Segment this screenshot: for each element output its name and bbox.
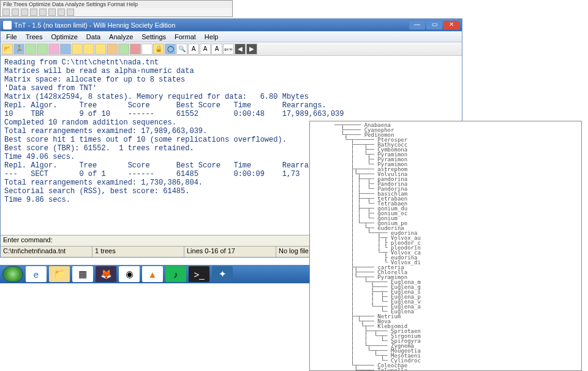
tree-viewer[interactable]: ──┬───── Anabaena ├───── Cyanophor └┬───…	[309, 121, 582, 371]
menu-format[interactable]: Format	[172, 33, 199, 41]
taskbar-app-icon[interactable]: ▦	[72, 266, 93, 282]
open-icon[interactable]: 📂	[2, 44, 13, 55]
menu-file[interactable]: File	[3, 33, 20, 41]
close-button[interactable]: ✕	[443, 21, 459, 29]
bg-tool-icon	[12, 9, 19, 16]
toolbar: 📂 🏃 🔒 ◯ 🔍 A A A go to ◀ ▶	[1, 42, 462, 56]
menu-settings[interactable]: Settings	[138, 33, 169, 41]
bg-tool-icon	[67, 9, 74, 16]
taskbar-spotify-icon[interactable]: ♪	[165, 266, 186, 282]
tool-icon[interactable]	[83, 44, 94, 55]
status-trees: 1 trees	[92, 247, 184, 257]
tool-icon[interactable]	[25, 44, 36, 55]
tool-icon[interactable]	[37, 44, 48, 55]
bg-window: File Trees Optimize Data Analyze Setting…	[0, 0, 233, 17]
bg-tool-icon	[2, 9, 10, 16]
titlebar[interactable]: TnT - 1.5 (no taxon limit) - Willi Henni…	[1, 19, 462, 31]
tool-icon[interactable]	[72, 44, 83, 55]
font-a-icon[interactable]: A	[188, 44, 199, 55]
bg-menubar: File Trees Optimize Data Analyze Setting…	[1, 1, 232, 8]
status-path: C:\tnt\chetnt\nada.tnt	[1, 247, 92, 257]
tool-icon[interactable]	[130, 44, 141, 55]
minimize-button[interactable]: —	[409, 21, 425, 29]
menubar: File Trees Optimize Data Analyze Setting…	[1, 31, 462, 42]
taskbar: e 📁 ▦ 🦊 ◉ ▲ ♪ >_ ✦	[0, 265, 309, 283]
maximize-button[interactable]: ▭	[426, 21, 442, 29]
menu-analyze[interactable]: Analyze	[106, 33, 136, 41]
taskbar-chrome-icon[interactable]: ◉	[119, 266, 140, 282]
goto-icon[interactable]: A	[211, 44, 222, 55]
tool-icon[interactable]	[107, 44, 118, 55]
taskbar-tnt-icon[interactable]: ✦	[212, 266, 233, 282]
tool-icon[interactable]	[48, 44, 59, 55]
find-icon[interactable]: 🔍	[176, 44, 187, 55]
taskbar-vlc-icon[interactable]: ▲	[142, 266, 163, 282]
bg-tool-icon	[39, 9, 47, 16]
lock-icon[interactable]: 🔒	[153, 44, 164, 55]
menu-data[interactable]: Data	[83, 33, 104, 41]
menu-optimize[interactable]: Optimize	[48, 33, 80, 41]
bg-tool-icon	[58, 9, 65, 16]
tool-icon[interactable]	[141, 44, 153, 55]
status-lines: Lines 0-16 of 17	[184, 247, 276, 257]
taskbar-explorer-icon[interactable]: 📁	[49, 266, 70, 282]
start-button[interactable]	[2, 266, 23, 282]
tool-icon[interactable]	[60, 44, 71, 55]
window-title: TnT - 1.5 (no taxon limit) - Willi Henni…	[14, 21, 175, 29]
tool-icon[interactable]	[95, 44, 106, 55]
ring-icon[interactable]: ◯	[165, 44, 176, 55]
menu-trees[interactable]: Trees	[23, 33, 46, 41]
taskbar-cmd-icon[interactable]: >_	[189, 266, 209, 282]
menu-help[interactable]: Help	[202, 33, 222, 41]
phylogenetic-tree: ──┬───── Anabaena ├───── Cyanophor └┬───…	[311, 123, 580, 371]
taskbar-ie-icon[interactable]: e	[26, 266, 47, 282]
app-icon	[3, 21, 12, 29]
prev-arrow-icon[interactable]: ◀	[235, 44, 246, 55]
bg-toolbar	[1, 8, 232, 17]
goto-text-icon[interactable]: go to	[223, 44, 234, 55]
bg-tool-icon	[21, 9, 28, 16]
bg-tool-icon	[48, 9, 56, 16]
bg-tool-icon	[30, 9, 37, 16]
tool-icon[interactable]	[118, 44, 129, 55]
font-a-icon[interactable]: A	[200, 44, 211, 55]
command-label: Enter command:	[3, 236, 53, 243]
next-arrow-icon[interactable]: ▶	[246, 44, 257, 55]
run-icon[interactable]: 🏃	[13, 44, 24, 55]
taskbar-firefox-icon[interactable]: 🦊	[96, 266, 116, 282]
